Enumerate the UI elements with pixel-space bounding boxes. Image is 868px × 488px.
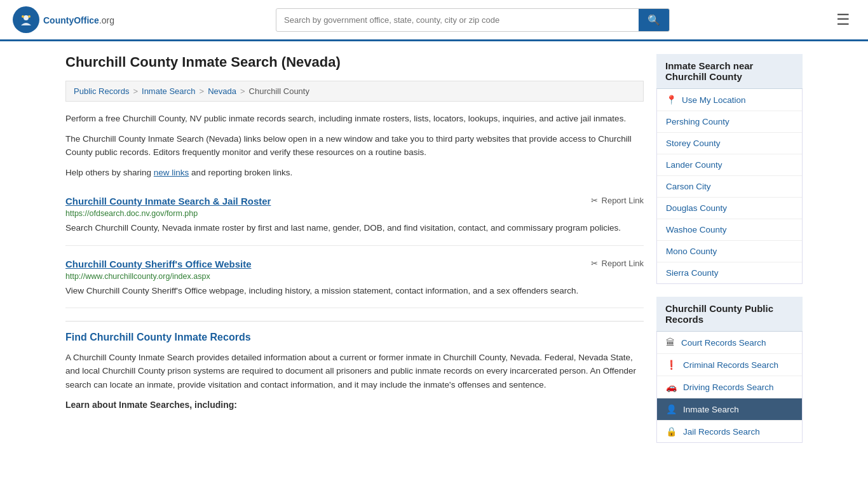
menu-button[interactable]: ☰ [831,8,855,31]
breadcrumb-sep-1: > [133,86,138,96]
sidebar-nearby-header: Inmate Search near Churchill County [656,54,803,89]
result-url-1[interactable]: https://ofdsearch.doc.nv.gov/form.php [65,209,644,218]
sidebar-item-storey[interactable]: Storey County [657,133,802,154]
sidebar-item-lander[interactable]: Lander County [657,154,802,176]
jail-records-link[interactable]: Jail Records Search [683,427,760,437]
sidebar-item-douglas[interactable]: Douglas County [657,198,802,219]
mono-county-link[interactable]: Mono County [657,241,802,262]
find-section: Find Churchill County Inmate Records A C… [65,321,644,410]
sidebar-criminal-records[interactable]: ❗ Criminal Records Search [657,354,802,376]
result-header-1: Churchill County Inmate Search & Jail Ro… [65,196,644,207]
header-right: ☰ [831,8,855,31]
search-button[interactable]: 🔍 [639,9,669,31]
breadcrumb-nevada[interactable]: Nevada [208,86,236,96]
inmate-search-icon: 👤 [666,404,677,414]
breadcrumb-public-records[interactable]: Public Records [74,86,129,96]
carson-city-link[interactable]: Carson City [657,176,802,197]
jail-records-icon: 🔒 [666,426,677,437]
breadcrumb: Public Records > Inmate Search > Nevada … [65,81,644,102]
result-item-2: Churchill County Sheriff's Office Websit… [65,248,644,308]
logo[interactable]: CountyOffice.org [13,6,114,33]
lander-county-link[interactable]: Lander County [657,154,802,175]
sidebar-court-records[interactable]: 🏛 Court Records Search [657,332,802,354]
breadcrumb-sep-3: > [240,86,245,96]
result-desc-1: Search Churchill County, Nevada inmate r… [65,222,644,234]
pershing-county-link[interactable]: Pershing County [657,111,802,132]
find-section-title: Find Churchill County Inmate Records [65,321,644,343]
report-icon-2: ✂ [591,259,598,268]
sidebar: Inmate Search near Churchill County 📍 Us… [656,54,803,456]
svg-point-2 [22,15,24,18]
sidebar-driving-records[interactable]: 🚗 Driving Records Search [657,376,802,398]
content-area: Churchill County Inmate Search (Nevada) … [65,54,644,456]
logo-text: CountyOffice.org [43,13,114,27]
court-records-icon: 🏛 [666,337,675,348]
report-link-btn-1[interactable]: ✂ Report Link [591,196,644,205]
sidebar-inmate-search[interactable]: 👤 Inmate Search [657,398,802,421]
sidebar-item-pershing[interactable]: Pershing County [657,111,802,133]
report-icon-1: ✂ [591,196,598,205]
breadcrumb-current: Churchill County [249,86,309,96]
sierra-county-link[interactable]: Sierra County [657,262,802,283]
sidebar-jail-records[interactable]: 🔒 Jail Records Search [657,421,802,442]
site-header: CountyOffice.org 🔍 ☰ [0,0,868,41]
sidebar-public-records-section: Churchill County Public Records 🏛 Court … [656,297,803,443]
description-1: Perform a free Churchill County, NV publ… [65,112,644,126]
sidebar-item-mono[interactable]: Mono County [657,241,802,262]
page-title: Churchill County Inmate Search (Nevada) [65,54,644,71]
new-links-link[interactable]: new links [154,168,189,177]
sidebar-item-carson[interactable]: Carson City [657,176,802,198]
sidebar-nearby-section: Inmate Search near Churchill County 📍 Us… [656,54,803,284]
result-title-2[interactable]: Churchill County Sheriff's Office Websit… [65,259,252,269]
description-3: Help others by sharing new links and rep… [65,166,644,180]
sidebar-public-records-list: 🏛 Court Records Search ❗ Criminal Record… [656,332,803,443]
breadcrumb-inmate-search[interactable]: Inmate Search [142,86,196,96]
svg-point-3 [28,15,31,18]
criminal-records-link[interactable]: Criminal Records Search [683,360,778,370]
svg-point-1 [24,15,29,20]
washoe-county-link[interactable]: Washoe County [657,219,802,240]
result-url-2[interactable]: http://www.churchillcounty.org/index.asp… [65,272,644,281]
inmate-search-link[interactable]: Inmate Search [683,405,739,414]
douglas-county-link[interactable]: Douglas County [657,198,802,219]
result-header-2: Churchill County Sheriff's Office Websit… [65,259,644,269]
sidebar-item-washoe[interactable]: Washoe County [657,219,802,241]
find-section-desc: A Churchill County Inmate Search provide… [65,351,644,392]
use-location-item[interactable]: 📍 Use My Location [657,89,802,111]
storey-county-link[interactable]: Storey County [657,133,802,154]
result-title-1[interactable]: Churchill County Inmate Search & Jail Ro… [65,196,271,207]
report-link-btn-2[interactable]: ✂ Report Link [591,259,644,268]
sidebar-nearby-list: 📍 Use My Location Pershing County Storey… [656,89,803,284]
sidebar-use-location[interactable]: 📍 Use My Location [657,89,802,111]
learn-title: Learn about Inmate Searches, including: [65,400,644,410]
search-input[interactable] [276,10,639,30]
breadcrumb-sep-2: > [200,86,205,96]
location-pin-icon: 📍 [666,95,677,105]
use-location-label: Use My Location [682,95,746,105]
driving-records-link[interactable]: Driving Records Search [683,383,774,392]
main-container: Churchill County Inmate Search (Nevada) … [53,41,815,468]
result-desc-2: View Churchill County Sheriff's Office w… [65,285,644,297]
driving-records-icon: 🚗 [666,382,677,392]
court-records-link[interactable]: Court Records Search [681,338,766,348]
description-2: The Churchill County Inmate Search (Neva… [65,132,644,159]
criminal-records-icon: ❗ [666,360,677,370]
search-icon: 🔍 [648,15,660,25]
logo-icon [13,6,39,33]
sidebar-item-sierra[interactable]: Sierra County [657,262,802,283]
search-bar: 🔍 [276,8,670,32]
sidebar-public-records-header: Churchill County Public Records [656,297,803,332]
result-item-1: Churchill County Inmate Search & Jail Ro… [65,186,644,245]
